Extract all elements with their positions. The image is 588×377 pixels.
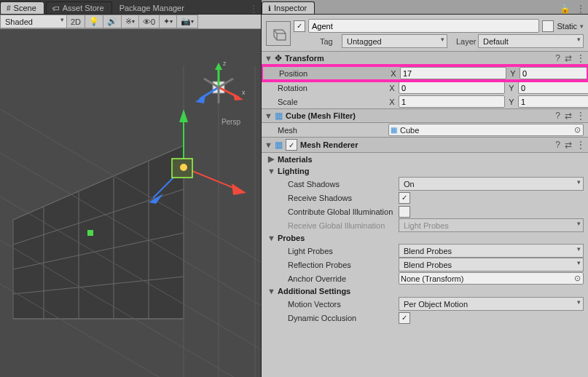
mesh-renderer-header[interactable]: ▼ ▦ Mesh Renderer ?⇄⋮ <box>262 137 588 153</box>
dynamic-occlusion-checkbox[interactable] <box>399 312 410 324</box>
inspector-body: Static ▾ Tag Untagged Layer Default ▼ ✥ … <box>262 15 588 325</box>
cast-shadows-label: Cast Shadows <box>278 180 397 188</box>
static-checkbox[interactable] <box>542 20 554 32</box>
gameobject-header: Static ▾ Tag Untagged Layer Default <box>262 16 588 51</box>
tag-dropdown[interactable]: Untagged <box>342 34 447 48</box>
camera-settings-icon[interactable]: 📷 ▾ <box>177 15 198 28</box>
receive-shadows-label: Receive Shadows <box>278 194 397 202</box>
tab-package-manager[interactable]: Package Manager <box>114 2 192 14</box>
mesh-object-field[interactable]: ▦Cube <box>388 124 584 136</box>
scale-label: Scale <box>278 98 387 106</box>
fold-icon[interactable]: ▼ <box>267 234 275 242</box>
shading-mode-label: Shaded <box>5 17 33 26</box>
lighting-label: Lighting <box>278 167 309 175</box>
mesh-filter-title: Cube (Mesh Filter) <box>286 111 356 120</box>
svg-marker-0 <box>13 146 184 319</box>
transform-header[interactable]: ▼ ✥ Transform ?⇄⋮ <box>262 51 588 66</box>
tab-inspector[interactable]: ℹInspector <box>262 1 315 14</box>
inspector-menu-button[interactable]: ⋮ <box>573 4 588 14</box>
tag-label: Tag <box>320 37 339 46</box>
svg-text:z: z <box>223 60 227 67</box>
tab-asset-store-label: Asset Store <box>63 4 104 12</box>
rotation-label: Rotation <box>278 84 387 92</box>
context-menu-icon[interactable]: ⋮ <box>576 53 585 63</box>
reflection-probes-dropdown[interactable]: Blend Probes <box>399 258 584 271</box>
layer-label: Layer <box>456 37 475 46</box>
panel-menu-button[interactable]: ⋮ <box>246 4 261 14</box>
left-tab-strip: #Scene 🏷Asset Store Package Manager ⋮ <box>0 0 261 15</box>
scene-icon: # <box>7 4 11 12</box>
mesh-icon: ▦ <box>391 126 397 134</box>
fold-icon[interactable]: ▼ <box>264 54 272 63</box>
inspector-lock-icon[interactable]: 🔒 <box>557 4 573 14</box>
static-dropdown-icon[interactable]: ▾ <box>580 23 584 30</box>
mesh-renderer-title: Mesh Renderer <box>300 140 358 149</box>
gameobject-name-input[interactable] <box>308 19 539 33</box>
svg-marker-28 <box>215 63 222 70</box>
fold-icon[interactable]: ▼ <box>267 167 275 175</box>
contribute-gi-label: Contribute Global Illumination <box>278 207 397 216</box>
tab-scene[interactable]: #Scene <box>0 1 44 14</box>
transform-icon: ✥ <box>275 53 282 63</box>
preset-icon[interactable]: ⇄ <box>565 111 572 121</box>
toggle-fx-icon[interactable]: ※ ▾ <box>122 15 139 28</box>
gizmos-dropdown[interactable]: ✦ ▾ <box>160 15 177 28</box>
svg-point-25 <box>180 164 187 171</box>
svg-rect-38 <box>87 230 93 236</box>
layer-dropdown[interactable]: Default <box>478 34 584 48</box>
gameobject-enabled-checkbox[interactable] <box>294 20 305 32</box>
fold-icon[interactable]: ▼ <box>267 287 275 295</box>
light-probes-dropdown[interactable]: Blend Probes <box>399 244 584 258</box>
rotation-y-input[interactable] <box>518 82 588 94</box>
context-menu-icon[interactable]: ⋮ <box>576 140 585 150</box>
position-label: Position <box>279 69 388 78</box>
scale-x-input[interactable] <box>399 95 505 108</box>
anchor-override-label: Anchor Override <box>278 274 397 283</box>
position-y-input[interactable] <box>520 67 588 79</box>
position-x-input[interactable] <box>400 67 506 79</box>
preset-icon[interactable]: ⇄ <box>565 140 572 150</box>
mesh-filter-header[interactable]: ▼ ▦ Cube (Mesh Filter) ?⇄⋮ <box>262 108 588 123</box>
toggle-visibility-icon[interactable]: 👁0 <box>139 15 160 28</box>
materials-label: Materials <box>278 155 313 164</box>
fold-icon[interactable]: ▶ <box>267 154 275 164</box>
mesh-filter-icon: ▦ <box>275 111 283 121</box>
mesh-renderer-enabled-checkbox[interactable] <box>286 139 297 151</box>
motion-vectors-label: Motion Vectors <box>278 300 397 309</box>
scene-viewport[interactable]: z x Persp <box>0 29 261 377</box>
receive-shadows-checkbox[interactable] <box>399 192 410 204</box>
viewport-svg: z x <box>0 29 261 377</box>
anchor-override-field[interactable]: None (Transform) <box>399 272 584 285</box>
contribute-gi-checkbox[interactable] <box>399 206 410 218</box>
inspector-tab-strip: ℹInspector 🔒 ⋮ <box>262 0 588 15</box>
position-row-highlighted: Position X Y Z <box>262 66 588 81</box>
svg-marker-19 <box>179 109 188 122</box>
rotation-x-input[interactable] <box>399 82 505 94</box>
preset-icon[interactable]: ⇄ <box>565 53 572 63</box>
help-icon[interactable]: ? <box>555 140 560 150</box>
toggle-2d[interactable]: 2D <box>67 15 85 28</box>
probes-label: Probes <box>278 234 305 242</box>
transform-title: Transform <box>285 54 324 63</box>
help-icon[interactable]: ? <box>555 111 560 121</box>
scene-panel: #Scene 🏷Asset Store Package Manager ⋮ Sh… <box>0 0 262 377</box>
inspector-icon: ℹ <box>268 4 271 12</box>
tab-asset-store[interactable]: 🏷Asset Store <box>46 1 112 14</box>
toggle-lighting-icon[interactable]: 💡 <box>85 15 103 28</box>
shading-mode-dropdown[interactable]: Shaded <box>0 15 67 28</box>
gameobject-icon[interactable] <box>266 21 291 46</box>
projection-label: Persp <box>222 118 240 126</box>
fold-icon[interactable]: ▼ <box>264 111 272 120</box>
static-label: Static <box>557 22 577 31</box>
context-menu-icon[interactable]: ⋮ <box>576 111 585 121</box>
cast-shadows-dropdown[interactable]: On <box>399 177 584 191</box>
scale-y-input[interactable] <box>518 95 588 108</box>
dynamic-occlusion-label: Dynamic Occlusion <box>278 314 397 322</box>
help-icon[interactable]: ? <box>555 53 560 63</box>
fold-icon[interactable]: ▼ <box>264 140 272 149</box>
receive-gi-label: Receive Global Illumination <box>278 221 397 230</box>
toggle-2d-label: 2D <box>71 17 81 26</box>
additional-settings-label: Additional Settings <box>278 287 350 295</box>
toggle-audio-icon[interactable]: 🔊 <box>103 15 122 28</box>
motion-vectors-dropdown[interactable]: Per Object Motion <box>399 297 584 311</box>
